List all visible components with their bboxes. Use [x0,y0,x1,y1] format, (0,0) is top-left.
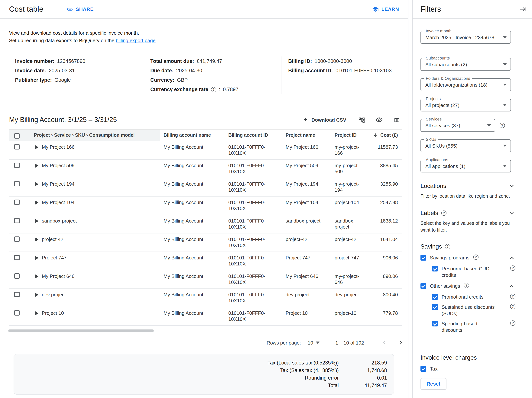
select-all-checkbox[interactable] [14,133,19,139]
col-cost[interactable]: Cost (£) [364,129,402,141]
row-group-name[interactable]: Project 10 [42,310,64,316]
row-group-name[interactable]: project 42 [42,236,63,243]
row-checkbox[interactable] [14,273,19,279]
expand-row-icon[interactable] [35,164,38,168]
help-icon[interactable] [211,87,216,92]
row-checkbox[interactable] [14,310,19,316]
row-group-name[interactable]: My Project 166 [42,144,74,150]
promotional-credits-checkbox[interactable] [432,294,438,300]
row-checkbox[interactable] [14,163,19,168]
visibility-icon[interactable] [376,116,383,124]
help-icon[interactable] [510,294,515,299]
row-checkbox[interactable] [14,218,19,223]
row-group-name[interactable]: My Project 194 [42,181,74,187]
total-row-value: 0.01 [339,374,387,382]
cell-project-name: Project 747 [282,252,331,270]
previous-page-button[interactable] [380,339,388,346]
skus-dropdown[interactable]: SKUs All SKUs (555) [420,139,511,152]
savings-programs-checkbox[interactable] [420,255,426,261]
row-checkbox[interactable] [14,292,19,297]
cost-table: Project › Service › SKU › Consumption mo… [9,129,402,326]
help-icon[interactable] [464,283,469,288]
col-project-id[interactable]: Project ID [331,129,364,141]
labels-description: Select the key and values of the labels … [420,220,515,233]
col-billing-account-id[interactable]: Billing account ID [225,129,282,141]
col-project-service-sku[interactable]: Project › Service › SKU › Consumption mo… [30,129,160,141]
row-group-name[interactable]: dev project [42,292,66,298]
billing-account-id-label: Billing account ID: [288,68,333,74]
collapse-panel-icon[interactable] [519,6,527,13]
download-csv-button[interactable]: Download CSV [302,117,346,123]
row-group-name[interactable]: My Project 509 [42,163,74,169]
services-dropdown[interactable]: Services All services (37) [420,119,495,132]
row-checkbox[interactable] [14,181,19,187]
row-group-name[interactable]: My Project 104 [42,199,74,205]
resource-cud-credits-checkbox[interactable] [432,266,438,272]
rows-per-page-label: Rows per page: [266,340,301,345]
row-checkbox[interactable] [14,144,19,149]
reset-button[interactable]: Reset [420,378,446,390]
expand-row-icon[interactable] [35,238,38,241]
applications-dropdown[interactable]: Applications All applications (1) [420,160,511,173]
sustained-use-discounts-row: Sustained use discounts (SUDs) [432,304,515,317]
chevron-down-icon[interactable] [508,209,515,217]
chart-icon[interactable] [358,117,365,123]
learn-button[interactable]: LEARN [372,6,399,12]
locations-section-header[interactable]: Locations [420,182,515,190]
dropdown-arrow-icon [503,165,507,167]
row-checkbox[interactable] [14,236,19,242]
expand-row-icon[interactable] [35,201,38,205]
main-content: View and download cost details for a spe… [0,29,408,395]
invoice-level-charges-title: Invoice level charges [420,354,519,361]
row-checkbox[interactable] [14,199,19,205]
next-page-button[interactable] [397,339,405,346]
sustained-use-discounts-checkbox[interactable] [432,304,438,310]
help-icon[interactable] [500,123,505,128]
projects-dropdown[interactable]: Projects All projects (27) [420,99,511,112]
help-icon[interactable] [441,211,446,216]
help-icon[interactable] [445,244,450,249]
horizontal-scrollbar-thumb[interactable] [8,330,154,332]
dropdown-arrow-icon [503,145,507,147]
help-icon[interactable] [510,304,515,309]
expand-row-icon[interactable] [35,274,38,278]
billing-export-link[interactable]: billing export page [116,38,156,43]
promotional-credits-row: Promotional credits [432,294,515,300]
table-row: My Project 509 My Billing Account 010101… [9,159,402,178]
help-icon[interactable] [510,320,515,326]
chevron-up-icon[interactable] [508,254,515,262]
expand-row-icon[interactable] [35,256,38,260]
help-icon[interactable] [510,266,515,271]
columns-icon[interactable] [393,117,400,123]
row-group-name[interactable]: My Project 646 [42,273,74,279]
tax-checkbox[interactable] [420,366,426,372]
expand-row-icon[interactable] [35,293,38,297]
chevron-up-icon[interactable] [508,282,515,290]
row-group-name[interactable]: Project 747 [42,255,67,261]
table-toolbar: My Billing Account, 3/1/25 – 3/31/25 Dow… [9,116,402,124]
cell-project-id: my-project-509 [331,159,364,178]
subaccounts-dropdown[interactable]: Subaccounts All subaccounts (2) [420,58,511,71]
labels-section-header[interactable]: Labels [420,209,515,217]
expand-row-icon[interactable] [35,219,38,223]
expand-row-icon[interactable] [35,145,38,149]
rows-per-page-select[interactable]: 10 [308,340,319,345]
col-billing-account-name[interactable]: Billing account name [160,129,225,141]
cell-billing-account-id: 010101-F0FFF0-10X10X [225,233,282,252]
cell-project-name: My Project 194 [282,178,331,196]
share-button[interactable]: SHARE [67,6,94,12]
expand-row-icon[interactable] [35,182,38,186]
col-project-name[interactable]: Project name [282,129,331,141]
spending-based-discounts-checkbox[interactable] [432,321,438,326]
help-icon[interactable] [473,255,479,260]
row-group-name[interactable]: sandbox-project [42,218,77,224]
filters-header: Filters [412,0,532,19]
row-checkbox[interactable] [14,255,19,260]
invoice-month-dropdown[interactable]: Invoice month March 2025 - Invoice 12345… [420,31,511,44]
publisher-type-label: Publisher type: [15,77,52,83]
other-savings-checkbox[interactable] [420,283,426,289]
expand-row-icon[interactable] [35,311,38,315]
cell-project-name: My Project 166 [282,141,331,159]
chevron-down-icon[interactable] [508,182,515,190]
folders-organizations-dropdown[interactable]: Folders & Organizations All folders/orga… [420,78,511,91]
